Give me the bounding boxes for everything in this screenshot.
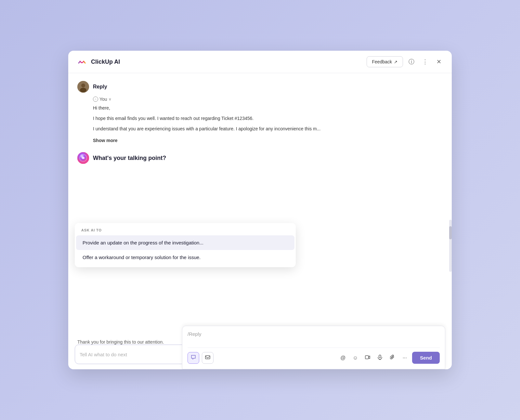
user-avatar: [77, 81, 89, 93]
sender-name: You: [99, 97, 107, 102]
external-link-icon: ↗: [394, 59, 397, 64]
content-area: Reply ○ You ∨ Hi there, I hope this emai…: [68, 73, 452, 339]
email-line3: I understand that you are experiencing i…: [93, 125, 443, 133]
sender-row[interactable]: ○ You ∨: [93, 97, 443, 102]
clickup-logo: [76, 56, 88, 68]
svg-point-2: [81, 84, 85, 87]
close-button[interactable]: ✕: [434, 57, 444, 67]
header-left: ClickUp AI: [76, 56, 120, 68]
more-options-button[interactable]: ⋮: [420, 57, 430, 67]
feedback-button[interactable]: Feedback ↗: [367, 56, 403, 67]
mic-button[interactable]: [375, 353, 385, 363]
more-icon: ⋮: [422, 58, 428, 65]
close-icon: ✕: [436, 58, 441, 65]
scrollbar[interactable]: [449, 220, 452, 272]
svg-point-3: [80, 88, 86, 92]
info-button[interactable]: ⓘ: [406, 57, 417, 67]
mic-icon: [378, 355, 382, 361]
attach-button[interactable]: [387, 353, 397, 363]
scrollbar-thumb[interactable]: [449, 226, 452, 239]
email-body: Hi there, I hope this email finds you we…: [93, 104, 443, 135]
svg-rect-6: [205, 356, 210, 359]
dropdown-chevron: ∨: [109, 97, 111, 101]
suggestion-item-2[interactable]: Offer a workaround or temporary solution…: [76, 250, 294, 265]
emoji-button[interactable]: ☺: [350, 353, 360, 363]
comment-tab-button[interactable]: [188, 352, 199, 364]
email-line2: I hope this email finds you well. I want…: [93, 115, 443, 123]
header-right: Feedback ↗ ⓘ ⋮ ✕: [367, 56, 444, 67]
send-button[interactable]: Send: [412, 352, 440, 364]
emoji-icon: ☺: [353, 355, 358, 361]
svg-point-0: [76, 56, 88, 68]
at-icon: @: [340, 355, 345, 361]
email-greeting: Hi there,: [93, 104, 443, 112]
ai-section: What's your talking point?: [77, 150, 443, 164]
attachment-icon: [390, 355, 395, 361]
email-tab-button[interactable]: [202, 352, 214, 364]
header: ClickUp AI Feedback ↗ ⓘ ⋮ ✕: [68, 51, 452, 73]
dropdown-label: ASK AI TO: [75, 228, 296, 235]
avatar-image: [77, 81, 89, 93]
email-icon: [205, 355, 210, 361]
ai-suggestions-dropdown: ASK AI TO Provide an update on the progr…: [75, 223, 296, 267]
show-more-button[interactable]: Show more: [93, 138, 443, 143]
ai-question: What's your talking point?: [93, 155, 166, 162]
feedback-label: Feedback: [372, 59, 392, 64]
ai-avatar: [77, 152, 89, 164]
reply-editor: /Reply @: [182, 326, 445, 369]
editor-toolbar: @ ☺: [188, 348, 440, 364]
video-icon: [365, 355, 370, 361]
svg-rect-8: [379, 355, 381, 358]
app-title: ClickUp AI: [91, 59, 120, 65]
more-dots-icon: ···: [403, 355, 407, 361]
reply-section: Reply ○ You ∨ Hi there, I hope this emai…: [77, 81, 443, 143]
info-icon: ⓘ: [409, 58, 414, 66]
mention-button[interactable]: @: [338, 353, 348, 363]
reply-label: Reply: [93, 84, 107, 90]
svg-rect-7: [365, 356, 369, 359]
reply-header: Reply: [77, 81, 443, 93]
editor-content[interactable]: /Reply: [188, 331, 440, 348]
comment-icon: [191, 355, 196, 361]
sender-icon: ○: [93, 97, 98, 102]
more-toolbar-button[interactable]: ···: [400, 353, 410, 363]
suggestion-item-1[interactable]: Provide an update on the progress of the…: [76, 235, 294, 250]
reply-body: ○ You ∨ Hi there, I hope this email find…: [77, 97, 443, 143]
video-button[interactable]: [363, 353, 372, 363]
main-panel: ClickUp AI Feedback ↗ ⓘ ⋮ ✕: [68, 51, 452, 369]
